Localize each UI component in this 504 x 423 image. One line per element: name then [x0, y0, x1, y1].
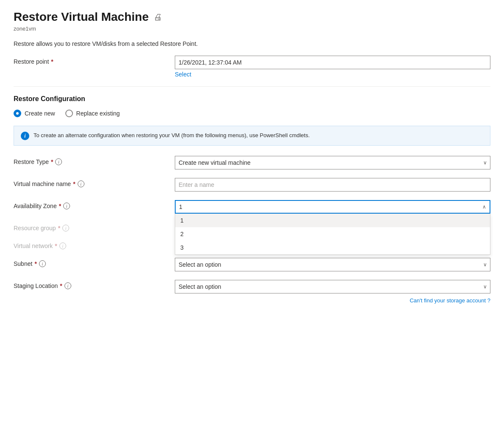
subtitle: zone1vm — [14, 25, 490, 32]
page-title: Restore Virtual Machine — [14, 10, 148, 24]
restore-point-row: Restore point * Select — [14, 56, 490, 78]
info-banner: i To create an alternate configuration w… — [14, 126, 490, 146]
staging-location-control: Select an option ∨ Can't find your stora… — [175, 280, 490, 304]
cant-find-link-container: Can't find your storage account ? — [175, 297, 490, 304]
az-dropdown-list: 1 2 3 — [175, 214, 490, 255]
subnet-control: Select an option ∨ — [175, 258, 490, 271]
az-option-1[interactable]: 1 — [175, 214, 490, 227]
required-marker: * — [59, 203, 61, 209]
restore-point-label: Restore point * — [14, 56, 175, 65]
availability-zone-info-icon[interactable]: i — [63, 203, 70, 209]
vm-name-info-icon[interactable]: i — [78, 180, 84, 187]
subnet-row: Subnet * i Select an option ∨ — [14, 258, 490, 271]
restore-point-control: Select — [175, 56, 490, 78]
az-chevron-up-icon: ∧ — [482, 204, 486, 210]
replace-existing-option[interactable]: Replace existing — [65, 110, 120, 117]
required-marker: * — [58, 225, 60, 231]
required-marker: * — [51, 158, 53, 165]
subnet-info-icon[interactable]: i — [39, 260, 46, 267]
subnet-label: Subnet * i — [14, 258, 175, 267]
staging-location-select[interactable]: Select an option — [175, 280, 490, 293]
restore-type-info-icon[interactable]: i — [55, 158, 62, 165]
required-marker: * — [55, 243, 57, 249]
replace-existing-radio[interactable] — [65, 110, 73, 117]
availability-zone-label: Availability Zone * i — [14, 200, 175, 209]
restore-point-input[interactable] — [175, 56, 490, 69]
required-marker: * — [51, 58, 53, 65]
resource-group-label: Resource group * i — [14, 222, 175, 231]
restore-point-select-link[interactable]: Select — [175, 71, 490, 78]
create-new-option[interactable]: Create new — [14, 110, 55, 117]
page-description: Restore allows you to restore VM/disks f… — [14, 40, 490, 47]
virtual-network-info-icon[interactable]: i — [59, 243, 66, 249]
staging-location-label: Staging Location * i — [14, 280, 175, 289]
cant-find-storage-link[interactable]: Can't find your storage account ? — [410, 297, 490, 304]
staging-location-info-icon[interactable]: i — [64, 282, 71, 289]
az-option-2[interactable]: 2 — [175, 227, 490, 241]
az-dropdown-container: 1 ∧ 1 2 3 — [175, 200, 490, 214]
create-new-label: Create new — [25, 110, 55, 117]
restore-type-select[interactable]: Create new virtual machine Restore disks — [175, 156, 490, 169]
restore-type-row: Restore Type * i Create new virtual mach… — [14, 156, 490, 169]
restore-type-label: Restore Type * i — [14, 156, 175, 165]
az-option-3[interactable]: 3 — [175, 241, 490, 254]
restore-type-control: Create new virtual machine Restore disks… — [175, 156, 490, 169]
page-header: Restore Virtual Machine 🖨 — [14, 10, 490, 24]
az-selected-value: 1 — [179, 203, 182, 210]
subnet-select[interactable]: Select an option — [175, 258, 490, 271]
restore-config-heading: Restore Configuration — [14, 95, 490, 103]
restore-config-radio-group: Create new Replace existing — [14, 110, 490, 117]
info-banner-text: To create an alternate configuration whe… — [34, 131, 310, 140]
vm-name-row: Virtual machine name * i — [14, 178, 490, 192]
vm-name-control — [175, 178, 490, 192]
info-banner-icon: i — [21, 132, 29, 140]
create-new-radio[interactable] — [14, 110, 21, 117]
resource-group-info-icon[interactable]: i — [62, 225, 69, 231]
required-marker: * — [60, 282, 62, 289]
virtual-network-label: Virtual network * i — [14, 240, 175, 249]
required-marker: * — [34, 260, 36, 267]
vm-name-label: Virtual machine name * i — [14, 178, 175, 187]
az-selected-box[interactable]: 1 ∧ — [175, 200, 490, 214]
replace-existing-label: Replace existing — [76, 110, 120, 117]
vm-name-input[interactable] — [175, 178, 490, 192]
availability-zone-control: 1 ∧ 1 2 3 — [175, 200, 490, 214]
subnet-dropdown-wrapper: Select an option ∨ — [175, 258, 490, 271]
restore-type-dropdown-wrapper: Create new virtual machine Restore disks… — [175, 156, 490, 169]
availability-zone-row: Availability Zone * i 1 ∧ 1 2 3 — [14, 200, 490, 214]
required-marker: * — [73, 180, 75, 187]
print-icon[interactable]: 🖨 — [154, 12, 162, 22]
staging-location-dropdown-wrapper: Select an option ∨ — [175, 280, 490, 293]
staging-location-row: Staging Location * i Select an option ∨ … — [14, 280, 490, 304]
